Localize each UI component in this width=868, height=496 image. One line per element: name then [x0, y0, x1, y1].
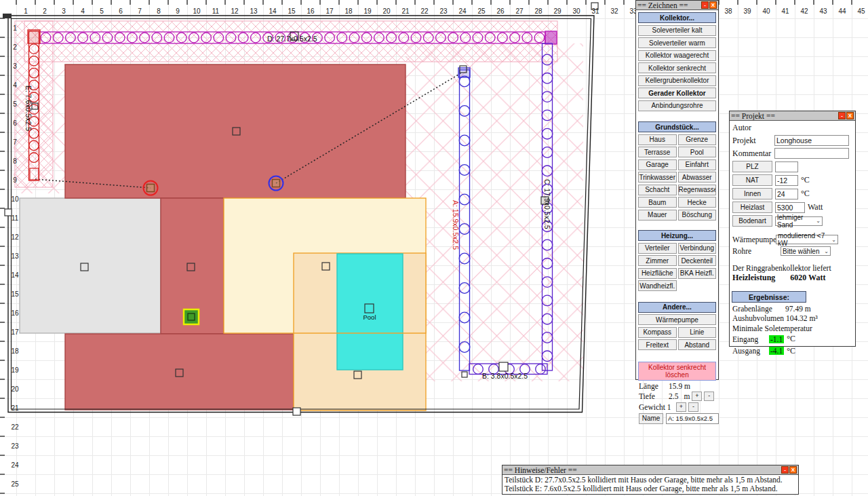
ausgang-value-badge: -4.1 [769, 347, 784, 355]
gray-region[interactable] [20, 198, 161, 333]
button-garage[interactable]: Garage [638, 159, 677, 170]
button-kellergrubenkollektor[interactable]: Kellergrubenkollektor [638, 75, 716, 86]
waermepumpe-value: modulierend <7 kW [778, 232, 829, 247]
ruler-number-left: 12 [11, 233, 19, 241]
andere-section-button[interactable]: Andere... [638, 302, 716, 313]
gewicht-plus-button[interactable]: + [676, 402, 686, 412]
hinweise-title: == Hinweise/Fehler == [504, 466, 781, 474]
ruler-number-left: 11 [12, 214, 19, 222]
minimize-button[interactable]: - [701, 1, 709, 9]
button-schacht[interactable]: Schacht [638, 185, 677, 195]
autor-label: Autor [732, 123, 774, 133]
heizung-button-list: VerteilerVerbindungZimmerDeckenteilHeizf… [638, 243, 716, 292]
tiefe-minus-button[interactable]: - [704, 392, 714, 401]
grabenlaenge-label: Grabenlänge [732, 305, 769, 313]
kollektor-loeschen-button[interactable]: Kollektor senkrecht löschen [638, 362, 716, 381]
ruler-number-top: 16 [307, 7, 315, 15]
heizlast-button[interactable]: Heizlast [732, 202, 772, 213]
button-soleverteiler-kalt[interactable]: Soleverteiler kalt [638, 25, 716, 36]
button-gerader-kollektor[interactable]: Gerader Kollektor [638, 88, 716, 98]
projekt-titlebar[interactable]: == Projekt == - X [730, 111, 855, 121]
button-mauer[interactable]: Mauer [638, 210, 677, 221]
ruler-number-top: 14 [269, 7, 277, 15]
nat-button[interactable]: NAT [732, 174, 772, 186]
chevron-down-icon: ⌄ [829, 237, 836, 243]
button-freitext[interactable]: Freitext [638, 339, 677, 350]
handle[interactable] [5, 209, 12, 216]
button-regenwasse[interactable]: Regenwasse [678, 185, 717, 195]
button-heizfläche[interactable]: Heizfläche [638, 268, 677, 279]
heizlast-unit: Watt [808, 202, 823, 212]
tiefe-unit: m [684, 392, 690, 400]
button-baum[interactable]: Baum [638, 197, 677, 208]
close-button[interactable]: X [789, 466, 797, 474]
button-bka-heizfl-[interactable]: BKA Heizfl. [678, 268, 717, 279]
house-region-top[interactable] [65, 64, 406, 198]
nat-input[interactable] [775, 175, 798, 186]
bodenart-select[interactable]: lehmiger Sand ⌄ [775, 216, 823, 226]
tiefe-plus-button[interactable]: + [692, 392, 702, 401]
house-region-bottom[interactable] [65, 334, 294, 410]
grundstueck-section-button[interactable]: Grundstück... [638, 121, 716, 132]
heizleistung-label: Heizleistung [732, 273, 775, 283]
handle[interactable] [499, 362, 508, 371]
innen-input[interactable] [775, 189, 798, 199]
button-linie[interactable]: Linie [678, 327, 717, 338]
button-böschung[interactable]: Böschung [678, 210, 717, 221]
kommentar-input[interactable] [774, 148, 849, 159]
waermepumpe-select[interactable]: modulierend <7 kW ⌄ [776, 235, 838, 244]
kollektor-section-button[interactable]: Kollektor... [638, 12, 716, 23]
bodenart-value: lehmiger Sand [777, 214, 814, 229]
bodenart-button[interactable]: Bodenart [732, 215, 772, 227]
selected-handle[interactable] [184, 309, 199, 324]
projekt-input[interactable] [774, 135, 849, 146]
eingang-unit: °C [787, 334, 795, 344]
ruler-number-top: 27 [515, 7, 524, 15]
plz-button[interactable]: PLZ [732, 161, 772, 172]
button-pool[interactable]: Pool [678, 147, 717, 157]
button-einfahrt[interactable]: Einfahrt [678, 159, 717, 170]
zeichnen-title: == Zeichnen == [637, 1, 701, 9]
handle[interactable] [293, 408, 300, 415]
pool-region[interactable] [337, 254, 403, 370]
button-soleverteiler-warm[interactable]: Soleverteiler warm [638, 37, 716, 48]
hinweise-message-list: Teilstück D: 27.7x0.5x2.5 kollidiert mit… [502, 475, 798, 494]
ruler-number-top: 22 [420, 7, 429, 15]
button-hecke[interactable]: Hecke [678, 197, 717, 208]
heizlast-input[interactable] [775, 202, 805, 213]
button-grenze[interactable]: Grenze [678, 134, 717, 145]
name-input[interactable] [666, 413, 719, 424]
button-kollektor-senkrecht[interactable]: Kollektor senkrecht [638, 62, 716, 73]
button-kompass[interactable]: Kompass [638, 327, 677, 338]
minimize-button[interactable]: - [838, 112, 846, 119]
button-verteiler[interactable]: Verteiler [638, 243, 677, 254]
button-deckenteil[interactable]: Deckenteil [678, 255, 717, 266]
button-kollektor-waagerecht[interactable]: Kollektor waagerecht [638, 50, 716, 61]
waermepumpe-button[interactable]: Wärmepumpe [638, 314, 716, 325]
ruler-number-top: 9 [176, 7, 180, 15]
button-anbindungsrohre[interactable]: Anbindungsrohre [638, 100, 716, 111]
gewicht-minus-button[interactable]: - [688, 402, 698, 412]
button-trinkwasser[interactable]: Trinkwasser [638, 172, 677, 183]
minimize-button[interactable]: - [781, 466, 789, 474]
innen-button[interactable]: Innen [732, 188, 772, 199]
name-button[interactable]: Name [639, 413, 663, 424]
heizung-section-button[interactable]: Heizung... [638, 230, 716, 241]
button-abstand[interactable]: Abstand [678, 339, 717, 350]
label-pool: Pool [363, 313, 376, 321]
eingang-value-badge: -1.1 [769, 335, 784, 343]
plz-input[interactable] [775, 161, 798, 172]
button-wandheizfl-[interactable]: Wandheizfl. [638, 280, 677, 291]
button-haus[interactable]: Haus [638, 134, 677, 145]
button-zimmer[interactable]: Zimmer [638, 255, 677, 266]
button-verbindung[interactable]: Verbindung [678, 243, 717, 254]
ruler-number-top: 31 [591, 7, 599, 15]
zeichnen-titlebar[interactable]: == Zeichnen == - X [636, 1, 718, 10]
close-button[interactable]: X [846, 112, 854, 119]
hinweise-titlebar[interactable]: == Hinweise/Fehler == - X [502, 465, 798, 475]
close-button[interactable]: X [709, 1, 717, 9]
rohre-select[interactable]: Bitte wählen ⌄ [781, 246, 831, 256]
button-terrasse[interactable]: Terrasse [638, 147, 677, 157]
ruler-number-top: 1 [24, 7, 28, 15]
button-abwasser[interactable]: Abwasser [678, 172, 717, 183]
